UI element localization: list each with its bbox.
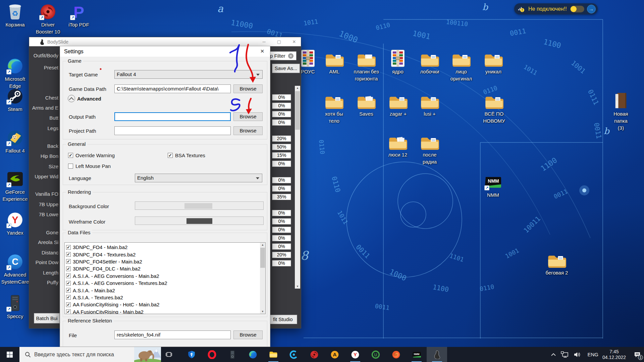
data-file-row[interactable]: ✓3DNPC_FO4_DLC - Main.ba2 xyxy=(66,265,265,272)
checkbox-checked-icon[interactable]: ✓ xyxy=(66,281,71,286)
override-warning-checkbox[interactable]: ✓ Override Warning xyxy=(68,153,115,158)
slider-percent-field[interactable]: 0% xyxy=(272,111,291,117)
notification-toggle[interactable] xyxy=(570,6,584,12)
desktop-folder-folder[interactable]: лобочки xyxy=(415,49,444,75)
scroll-down-icon[interactable]: ▼ xyxy=(260,310,265,313)
outfit-studio-button[interactable]: fit Studio xyxy=(269,315,297,324)
task-view-button[interactable] xyxy=(161,347,176,362)
desktop-folder-pages[interactable]: люси 12 xyxy=(383,132,412,158)
settings-titlebar[interactable]: Settings ✕ xyxy=(60,46,270,57)
desktop-shortcut-asc[interactable]: C↗AdvancedSystemCare xyxy=(1,252,30,285)
slider-percent-field[interactable]: 20% xyxy=(272,252,291,258)
taskbar-app-advanced-systemcare[interactable] xyxy=(283,347,304,362)
checkbox-checked-icon[interactable]: ✓ xyxy=(66,259,71,264)
data-file-row[interactable]: ✓A.S.I.A. - AEG Conversions - Textures.b… xyxy=(66,280,265,287)
slider-percent-field[interactable]: 0% xyxy=(272,210,291,216)
slider-percent-field[interactable]: 0% xyxy=(272,119,291,126)
taskbar-app-opera[interactable] xyxy=(202,347,222,362)
slider-percent-field[interactable]: 0% xyxy=(272,177,291,183)
taskbar-app-bodyslide[interactable] xyxy=(427,347,447,362)
bsa-textures-checkbox[interactable]: ✓ BSA Textures xyxy=(168,153,205,158)
taskbar-app-speccy[interactable] xyxy=(222,347,243,362)
slider-percent-field[interactable]: 50% xyxy=(272,144,291,150)
checkbox-checked-icon[interactable]: ✓ xyxy=(66,245,71,250)
skeleton-file-input[interactable]: res/skeleton_fo4.nif xyxy=(114,330,231,339)
target-game-select[interactable]: Fallout 4 xyxy=(114,70,263,79)
taskbar-app-driver-booster[interactable] xyxy=(304,347,324,362)
desktop-folder-folder[interactable]: AML xyxy=(320,49,349,75)
notification-open-arrow[interactable]: → xyxy=(587,5,596,13)
desktop-shortcut-bin[interactable]: ♻Корзина xyxy=(1,2,30,28)
volume-icon[interactable] xyxy=(574,352,581,358)
checkbox-checked-icon[interactable]: ✓ xyxy=(66,302,71,307)
slider-percent-field[interactable]: 15% xyxy=(272,152,291,159)
slider-panel-scrollbar[interactable]: ▲ ▼ xyxy=(295,86,300,289)
skeleton-browse-button[interactable]: Browse xyxy=(233,330,263,339)
desktop-shortcut-yandex[interactable]: Y↗Yandex xyxy=(1,210,30,236)
output-path-input[interactable] xyxy=(114,112,231,121)
batch-build-button[interactable]: Batch Bui xyxy=(34,313,60,323)
desktop-shortcut-edge[interactable]: ↗MicrosoftEdge xyxy=(1,56,30,89)
scroll-up-icon[interactable]: ▲ xyxy=(260,243,265,246)
game-data-path-input[interactable]: C:\Steam\steamapps\common\Fallout 4\Data… xyxy=(114,84,231,93)
desktop-folder-rar[interactable]: ядро xyxy=(383,49,412,75)
connection-status-popup[interactable]: ! Не подключен!! → xyxy=(514,3,598,14)
search-highlight-image[interactable] xyxy=(134,347,161,362)
slider-percent-field[interactable]: 0% xyxy=(272,94,291,101)
desktop-folder-folder[interactable]: лицооригинал xyxy=(447,49,476,82)
desktop-shortcut-booster[interactable]: ↗DriverBooster 10 xyxy=(34,2,62,35)
save-as-button[interactable]: Save As... xyxy=(272,64,300,73)
slider-percent-field[interactable]: 0% xyxy=(272,260,291,266)
desktop-folder-folder[interactable]: уникал xyxy=(479,49,508,75)
desktop-folder-folder[interactable]: ВСЁ ПОНОВОМУ xyxy=(480,91,508,124)
taskbar-app-auslogics[interactable]: A xyxy=(324,347,345,362)
slider-percent-field[interactable]: 0% xyxy=(272,218,291,225)
checkbox-checked-icon[interactable]: ✓ xyxy=(66,274,71,278)
slider-percent-field[interactable]: 20% xyxy=(272,135,291,142)
taskbar-app-yandex[interactable]: Y xyxy=(345,347,365,362)
desktop-shortcut-fallout[interactable]: ↗Fallout 4 xyxy=(1,128,30,154)
taskbar-search-input[interactable]: Введите здесь текст для поиска xyxy=(19,347,161,362)
data-file-row[interactable]: ✓AA FusionCityRising - HotC - Main.ba2 xyxy=(66,301,265,308)
clear-filter-icon[interactable]: ✕ xyxy=(288,53,293,59)
data-file-row[interactable]: ✓3DNPC_FO4Settler - Main.ba2 xyxy=(66,258,265,265)
minimize-button[interactable]: ─ xyxy=(257,37,271,46)
checkbox-checked-icon[interactable]: ✓ xyxy=(66,266,71,271)
data-file-row[interactable]: ✓A.S.I.A. - AEG Conversions - Main.ba2 xyxy=(66,273,265,280)
desktop-folder-pages[interactable]: Saves xyxy=(352,91,381,117)
desktop-shortcut-steam[interactable]: ↗Steam xyxy=(1,86,30,113)
desktop-folder-folder[interactable]: zagar + xyxy=(384,91,413,117)
checkbox-checked-icon[interactable]: ✓ xyxy=(66,309,71,314)
settings-close-icon[interactable]: ✕ xyxy=(259,48,266,54)
data-file-row[interactable]: ✓A.S.I.A. - Main.ba2 xyxy=(66,287,265,294)
desktop-folder-plain[interactable]: плагин безгоризонта xyxy=(352,49,381,82)
data-files-scrollbar[interactable]: ▲ ▼ xyxy=(260,243,265,314)
slider-percent-field[interactable]: 0% xyxy=(272,161,291,167)
taskbar-app-edge[interactable] xyxy=(243,347,263,362)
data-file-row[interactable]: ✓AA FusionCityRising - Main.ba2 xyxy=(66,308,265,314)
desktop-shortcut-itop[interactable]: P↗iTop PDF xyxy=(64,2,93,28)
tray-expand-chevron-icon[interactable] xyxy=(551,353,556,356)
maximize-button[interactable]: ▢ xyxy=(272,37,286,46)
action-center-button[interactable]: 1 xyxy=(631,347,644,362)
project-path-input[interactable] xyxy=(114,126,231,135)
checkbox-checked-icon[interactable]: ✓ xyxy=(66,288,71,293)
desktop-folder-folder[interactable]: беговая 2 xyxy=(542,250,571,276)
desktop-folder-folder[interactable]: хотя бы тело xyxy=(320,91,348,124)
background-color-picker[interactable] xyxy=(135,201,264,210)
desktop-folder-folder[interactable]: после радиа xyxy=(415,132,444,165)
scroll-up-icon[interactable]: ▲ xyxy=(295,86,300,89)
taskbar-app-firefox[interactable] xyxy=(386,347,406,362)
taskbar-app-nmm[interactable]: NMM xyxy=(406,347,427,362)
taskbar-app-iobit-malware-fighter[interactable] xyxy=(181,347,202,362)
slider-percent-field[interactable]: 35% xyxy=(272,194,291,200)
slider-percent-field[interactable]: 0% xyxy=(272,227,291,233)
project-path-browse-button[interactable]: Browse xyxy=(233,126,263,135)
taskbar-app-explorer[interactable] xyxy=(263,347,283,362)
desktop-shortcut-geforce[interactable]: ↗GeForceExperience xyxy=(1,169,30,202)
clock[interactable]: 7:45 04.12.2022 xyxy=(602,349,626,360)
network-icon[interactable] xyxy=(561,351,569,358)
data-file-row[interactable]: ✓A.S.I.A. - Textures.ba2 xyxy=(66,294,265,301)
output-path-browse-button[interactable]: Browse xyxy=(233,112,263,121)
slider-percent-field[interactable]: 0% xyxy=(272,243,291,250)
